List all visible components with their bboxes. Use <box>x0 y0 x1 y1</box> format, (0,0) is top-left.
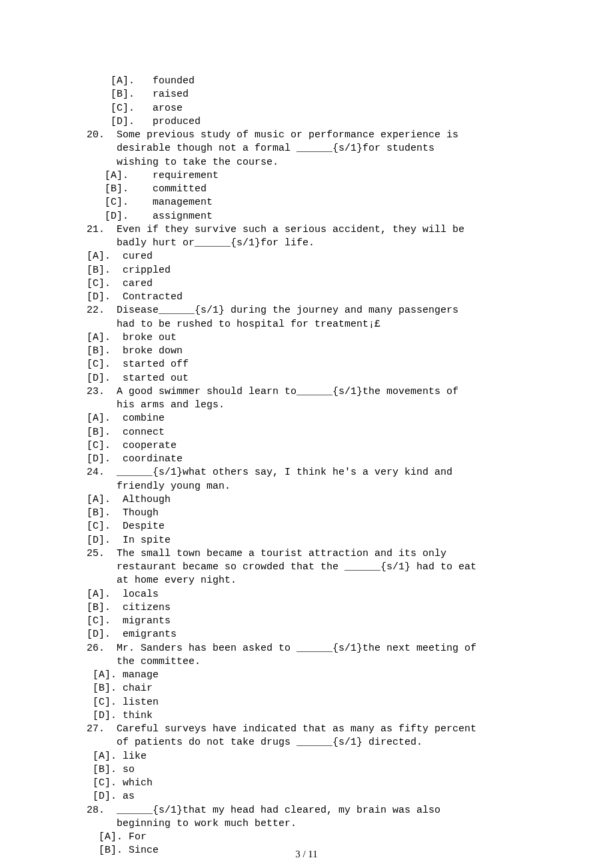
question-24-line1: 24. ______{s/1}what others say, I think … <box>87 466 526 479</box>
option-d: [D]. produced <box>87 115 526 129</box>
question-22-line2: had to be rushed to hospital for treatme… <box>87 318 526 331</box>
option-d: [D]. started out <box>87 372 526 385</box>
question-28-line1: 28. ______{s/1}that my head had cleared,… <box>87 804 526 817</box>
question-21-line2: badly hurt or______{s/1}for life. <box>87 237 526 250</box>
option-a: [A]. combine <box>87 412 526 425</box>
question-27-line2: of patients do not take drugs ______{s/1… <box>87 736 526 749</box>
option-a: [A]. broke out <box>87 331 526 345</box>
question-26-line1: 26. Mr. Sanders has been asked to ______… <box>87 642 526 655</box>
question-22-line1: 22. Disease______{s/1} during the journe… <box>87 304 526 317</box>
option-c: [C]. cared <box>87 277 526 291</box>
option-b: [B]. broke down <box>87 345 526 358</box>
option-c: [C]. listen <box>87 696 526 709</box>
question-21-line1: 21. Even if they survive such a serious … <box>87 223 526 237</box>
option-c: [C]. arose <box>87 102 526 115</box>
option-a: [A]. like <box>87 750 526 763</box>
option-b: [B]. chair <box>87 682 526 695</box>
option-d: [D]. In spite <box>87 534 526 547</box>
option-b: [B]. crippled <box>87 264 526 277</box>
option-a: [A]. cured <box>87 250 526 263</box>
question-20-line1: 20. Some previous study of music or perf… <box>87 129 526 142</box>
option-d: [D]. think <box>87 709 526 723</box>
question-23-line2: his arms and legs. <box>87 399 526 412</box>
option-c: [C]. management <box>87 196 526 209</box>
question-25-line2: restaurant became so crowded that the __… <box>87 561 526 574</box>
option-a: [A]. locals <box>87 588 526 601</box>
option-a: [A]. requirement <box>87 169 526 183</box>
question-23-line1: 23. A good swimmer should learn to______… <box>87 385 526 399</box>
option-b: [B]. Though <box>87 507 526 520</box>
option-d: [D]. as <box>87 790 526 803</box>
option-c: [C]. started off <box>87 358 526 371</box>
option-c: [C]. cooperate <box>87 439 526 453</box>
option-b: [B]. committed <box>87 183 526 196</box>
option-d: [D]. Contracted <box>87 291 526 304</box>
question-27-line1: 27. Careful surveys have indicated that … <box>87 723 526 736</box>
option-b: [B]. connect <box>87 426 526 439</box>
option-b: [B]. citizens <box>87 601 526 615</box>
option-c: [C]. migrants <box>87 615 526 628</box>
page-number: 3 / 11 <box>0 847 613 861</box>
option-a: [A]. For <box>87 831 526 844</box>
document-page: [A]. founded [B]. raised [C]. arose [D].… <box>0 0 613 868</box>
option-a: [A]. Although <box>87 493 526 507</box>
question-24-line2: friendly young man. <box>87 480 526 493</box>
question-20-line2: desirable though not a formal ______{s/1… <box>87 142 526 155</box>
option-d: [D]. assignment <box>87 210 526 223</box>
option-a: [A]. founded <box>87 75 526 88</box>
option-c: [C]. which <box>87 777 526 790</box>
option-d: [D]. coordinate <box>87 453 526 466</box>
option-d: [D]. emigrants <box>87 628 526 641</box>
question-28-line2: beginning to work much better. <box>87 817 526 831</box>
question-26-line2: the committee. <box>87 655 526 669</box>
question-25-line3: at home every night. <box>87 574 526 587</box>
option-b: [B]. raised <box>87 88 526 101</box>
question-20-line3: wishing to take the course. <box>87 156 526 169</box>
option-c: [C]. Despite <box>87 520 526 533</box>
option-a: [A]. manage <box>87 669 526 682</box>
question-25-line1: 25. The small town became a tourist attr… <box>87 547 526 561</box>
option-b: [B]. so <box>87 763 526 777</box>
